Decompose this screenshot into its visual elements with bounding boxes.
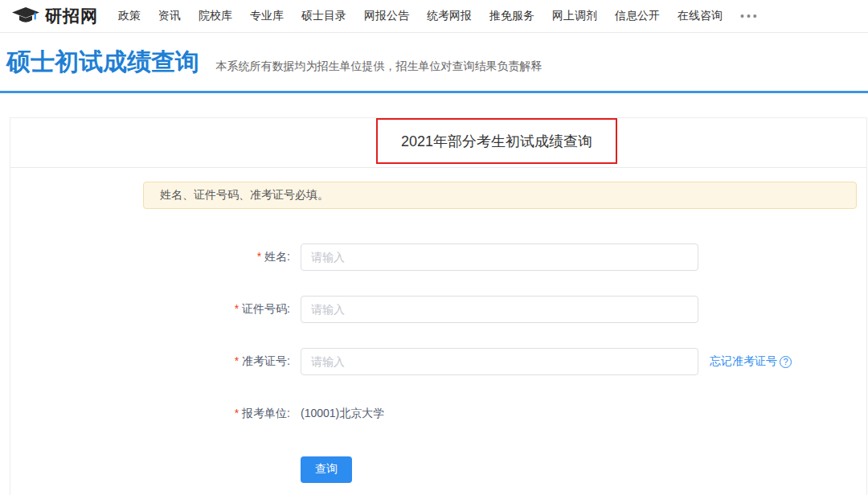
panel-title: 2021年部分考生初试成绩查询: [401, 132, 592, 151]
nav-item-wangshangtiaoji[interactable]: 网上调剂: [543, 9, 606, 23]
page-title: 硕士初试成绩查询: [6, 48, 199, 75]
nav-item-wangbaogonggao[interactable]: 网报公告: [355, 9, 418, 23]
forgot-ticket-link[interactable]: 忘记准考证号 ?: [710, 354, 792, 369]
panel-body: 姓名、证件号码、准考证号必填。 *姓名: *证件号码: *准考证号:: [10, 168, 866, 483]
query-button[interactable]: 查询: [301, 456, 352, 483]
nav-item-xinxigongkai[interactable]: 信息公开: [606, 9, 669, 23]
unit-value: (10001)北京大学: [301, 407, 384, 421]
id-number-input[interactable]: [301, 296, 698, 323]
form-row-unit: *报考单位: (10001)北京大学: [10, 400, 866, 428]
nav-item-zixun[interactable]: 资讯: [149, 9, 190, 23]
page-subtitle: 本系统所有数据均为招生单位提供，招生单位对查询结果负责解释: [215, 59, 542, 72]
nav-item-yuanxiaoku[interactable]: 院校库: [190, 9, 241, 23]
form-row-name: *姓名:: [10, 243, 866, 271]
red-annotation-box: 2021年部分考生初试成绩查询: [376, 118, 617, 164]
panel-header: 2021年部分考生初试成绩查询: [10, 118, 866, 168]
top-nav: 研招网 政策 资讯 院校库 专业库 硕士目录 网报公告 统考网报 推免服务 网上…: [0, 0, 868, 33]
nav-item-zhengce[interactable]: 政策: [109, 9, 149, 23]
nav-item-tuimianfuwu[interactable]: 推免服务: [481, 9, 543, 23]
nav-item-tongkaowangbao[interactable]: 统考网报: [418, 9, 481, 23]
required-asterisk: *: [257, 250, 261, 263]
nav-item-zhuanyeku[interactable]: 专业库: [241, 9, 293, 23]
ticket-number-input[interactable]: [301, 348, 698, 375]
question-circle-icon: ?: [780, 356, 792, 368]
form-row-submit: 查询: [301, 456, 866, 483]
ticket-number-label: *准考证号:: [10, 354, 290, 369]
required-fields-alert: 姓名、证件号码、准考证号必填。: [143, 182, 857, 209]
site-logo[interactable]: 研招网: [11, 5, 98, 27]
required-asterisk: *: [235, 302, 239, 315]
main-menu: 政策 资讯 院校库 专业库 硕士目录 网报公告 统考网报 推免服务 网上调剂 信…: [109, 9, 768, 23]
page-header: 硕士初试成绩查询 本系统所有数据均为招生单位提供，招生单位对查询结果负责解释: [0, 33, 868, 79]
required-asterisk: *: [235, 354, 239, 367]
form-row-ticket-number: *准考证号: 忘记准考证号 ?: [10, 348, 866, 375]
nav-item-shuoshimulu[interactable]: 硕士目录: [293, 9, 355, 23]
alert-text: 姓名、证件号码、准考证号必填。: [160, 188, 329, 202]
nav-more-ellipsis-icon[interactable]: •••: [731, 10, 768, 22]
required-asterisk: *: [235, 407, 239, 419]
unit-label: *报考单位:: [10, 407, 290, 421]
query-panel: 2021年部分考生初试成绩查询 姓名、证件号码、准考证号必填。 *姓名: *证件…: [10, 117, 867, 495]
site-logo-text: 研招网: [45, 5, 98, 27]
form-row-id-number: *证件号码:: [10, 296, 866, 323]
nav-item-zaixianzixun[interactable]: 在线咨询: [669, 9, 731, 23]
score-query-form: *姓名: *证件号码: *准考证号: 忘记准考证号 ?: [10, 243, 866, 483]
name-input[interactable]: [301, 243, 698, 271]
name-label: *姓名:: [10, 250, 290, 264]
header-divider: [0, 91, 868, 93]
id-number-label: *证件号码:: [10, 302, 290, 317]
graduation-cap-icon: [11, 6, 45, 27]
